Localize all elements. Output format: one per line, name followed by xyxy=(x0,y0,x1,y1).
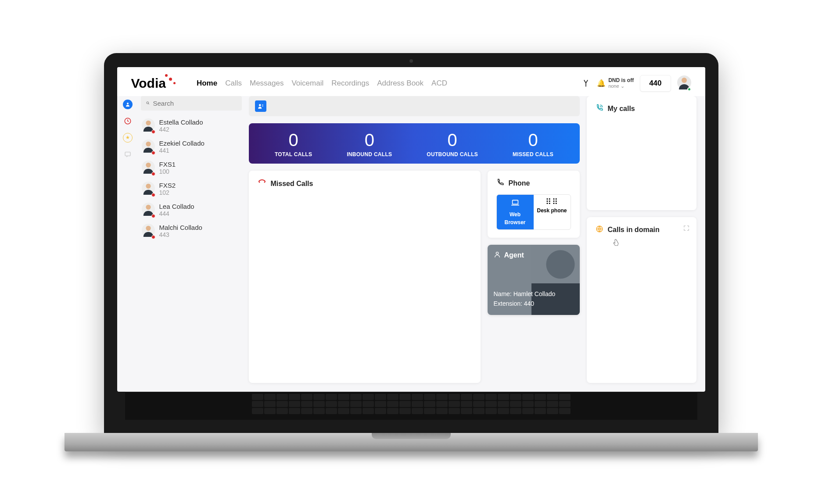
phone-title: Phone xyxy=(509,179,530,187)
stat-value: 0 xyxy=(513,131,553,149)
stat-value: 0 xyxy=(347,131,392,149)
agent-ext-label: Extension: xyxy=(494,300,522,307)
nav-home[interactable]: Home xyxy=(197,79,217,88)
dnd-toggle[interactable]: 🔔 DND is off none ⌄ xyxy=(597,77,634,89)
phone-toggle: Web Browser ⠿⠿ Desk phone xyxy=(496,194,571,230)
agent-name-label: Name: xyxy=(494,290,512,297)
phone-desk-phone[interactable]: ⠿⠿ Desk phone xyxy=(534,195,571,229)
laptop-base xyxy=(65,433,758,451)
svg-rect-19 xyxy=(262,104,263,105)
contact-item[interactable]: FXS1100 xyxy=(141,159,242,177)
svg-point-13 xyxy=(146,183,151,188)
my-calls-title: My calls xyxy=(608,105,635,113)
call-stats-card: 0 TOTAL CALLS 0 INBOUND CALLS 0 OUTBOUND… xyxy=(249,123,580,164)
stat-missed: 0 MISSED CALLS xyxy=(513,131,553,157)
presence-busy-icon xyxy=(151,172,155,176)
presence-online-icon xyxy=(687,87,691,91)
rail-favorites-icon[interactable]: ★ xyxy=(123,133,133,143)
presence-busy-icon xyxy=(151,130,155,134)
app-body: ★ Estella Collado442 xyxy=(117,96,705,392)
globe-icon xyxy=(596,225,603,235)
contact-item[interactable]: Lea Collado444 xyxy=(141,201,242,219)
svg-point-15 xyxy=(146,204,151,209)
contact-name: Estella Collado xyxy=(159,118,203,126)
contact-ext: 441 xyxy=(159,147,205,154)
mid-row: Missed Calls Phone xyxy=(249,171,580,383)
call-routing-icon[interactable] xyxy=(581,79,591,88)
active-call-icon xyxy=(596,104,603,114)
svg-point-7 xyxy=(146,120,151,125)
search-input[interactable] xyxy=(153,100,237,107)
contact-card-icon[interactable] xyxy=(255,100,266,112)
extension-badge: 440 xyxy=(640,75,671,92)
laptop-mockup: Vodia Home Calls Messages Voicemail Reco… xyxy=(104,53,718,451)
stat-outbound: 0 OUTBOUND CALLS xyxy=(427,131,478,157)
svg-rect-4 xyxy=(125,152,130,156)
search-box[interactable] xyxy=(141,96,242,111)
brand-name: Vodia xyxy=(131,76,166,90)
phone-web-label: Web Browser xyxy=(504,211,525,225)
presence-busy-icon xyxy=(151,235,155,239)
svg-point-11 xyxy=(146,162,151,167)
sidebar: Estella Collado442 Ezekiel Collado441 FX… xyxy=(141,96,242,383)
my-calls-card: My calls xyxy=(587,96,696,210)
person-icon xyxy=(494,251,501,260)
stat-inbound: 0 INBOUND CALLS xyxy=(347,131,392,157)
laptop-keyboard xyxy=(125,392,697,420)
contact-ext: 444 xyxy=(159,210,194,217)
search-icon xyxy=(146,100,150,107)
svg-point-9 xyxy=(146,141,151,146)
contact-item[interactable]: FXS2102 xyxy=(141,180,242,198)
contact-ext: 100 xyxy=(159,168,176,175)
dnd-label: DND is off xyxy=(608,77,634,83)
brand-logo: Vodia xyxy=(131,76,170,91)
nav-recordings[interactable]: Recordings xyxy=(331,79,369,88)
contact-ext: 442 xyxy=(159,126,203,133)
nav-address-book[interactable]: Address Book xyxy=(377,79,424,88)
agent-card: Agent Name: Hamlet Collado Extension: 44… xyxy=(488,245,580,315)
nav-messages[interactable]: Messages xyxy=(250,79,284,88)
user-avatar[interactable] xyxy=(677,75,691,91)
nav-voicemail[interactable]: Voicemail xyxy=(291,79,323,88)
svg-point-1 xyxy=(682,78,687,83)
calls-in-domain-card: Calls in domain xyxy=(587,217,696,383)
rail-chat-icon[interactable] xyxy=(123,150,133,159)
phone-agent-col: Phone Web Browser xyxy=(488,171,580,383)
presence-busy-icon xyxy=(151,151,155,155)
app-window: Vodia Home Calls Messages Voicemail Reco… xyxy=(117,67,705,392)
presence-busy-icon xyxy=(151,214,155,218)
svg-rect-21 xyxy=(512,200,518,204)
svg-rect-20 xyxy=(262,106,263,106)
stat-total: 0 TOTAL CALLS xyxy=(275,131,312,157)
missed-calls-card: Missed Calls xyxy=(249,171,481,383)
main-column: 0 TOTAL CALLS 0 INBOUND CALLS 0 OUTBOUND… xyxy=(249,96,580,383)
phone-web-browser[interactable]: Web Browser xyxy=(497,195,534,229)
dialpad-icon: ⠿⠿ xyxy=(535,199,569,205)
rail-contacts-icon[interactable] xyxy=(123,100,133,109)
contact-name: Malchi Collado xyxy=(159,224,202,231)
nav-calls[interactable]: Calls xyxy=(225,79,242,88)
contact-bar xyxy=(249,96,580,116)
contact-item[interactable]: Estella Collado442 xyxy=(141,117,242,135)
phone-card: Phone Web Browser xyxy=(488,171,580,238)
presence-busy-icon xyxy=(151,193,155,197)
rail-recent-icon[interactable] xyxy=(123,116,133,126)
nav-acd[interactable]: ACD xyxy=(431,79,447,88)
svg-point-22 xyxy=(496,252,498,254)
contact-item[interactable]: Malchi Collado443 xyxy=(141,222,242,240)
svg-point-5 xyxy=(147,102,149,104)
phone-desk-label: Desk phone xyxy=(537,207,567,214)
agent-ext-value: 440 xyxy=(524,300,534,307)
contact-ext: 102 xyxy=(159,189,176,196)
expand-icon[interactable] xyxy=(683,225,689,233)
main-nav: Home Calls Messages Voicemail Recordings… xyxy=(197,79,447,88)
right-column: My calls Calls in domain xyxy=(587,96,696,383)
svg-point-2 xyxy=(127,103,129,104)
contact-item[interactable]: Ezekiel Collado441 xyxy=(141,138,242,156)
laptop-bezel: Vodia Home Calls Messages Voicemail Reco… xyxy=(104,53,718,433)
agent-name-value: Hamlet Collado xyxy=(513,290,556,297)
contact-name: FXS2 xyxy=(159,182,176,189)
svg-point-18 xyxy=(258,104,261,106)
stat-label: INBOUND CALLS xyxy=(347,151,392,157)
svg-point-17 xyxy=(146,225,151,230)
